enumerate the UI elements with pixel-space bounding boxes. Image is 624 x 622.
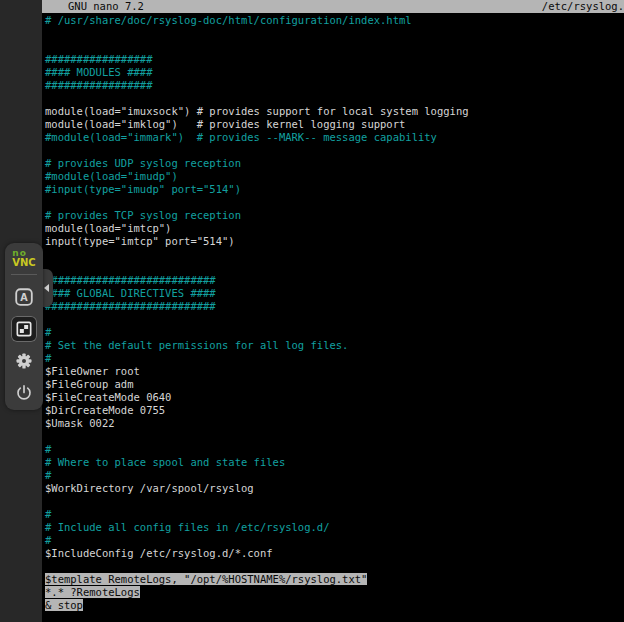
editor-line: # bbox=[45, 326, 624, 339]
editor-line: # provides UDP syslog reception bbox=[45, 157, 624, 170]
editor-line: input(type="imtcp" port="514") bbox=[45, 235, 624, 248]
power-button[interactable] bbox=[11, 380, 37, 406]
gear-icon bbox=[14, 351, 34, 371]
settings-button[interactable] bbox=[11, 348, 37, 374]
editor-line: & stop bbox=[45, 599, 624, 612]
editor-line bbox=[45, 430, 624, 443]
editor-line: # bbox=[45, 352, 624, 365]
editor-line: # bbox=[45, 469, 624, 482]
editor-line: module(load="imtcp") bbox=[45, 222, 624, 235]
editor-line bbox=[45, 196, 624, 209]
editor-line bbox=[45, 495, 624, 508]
editor-line: #module(load="imudp") bbox=[45, 170, 624, 183]
editor-line: ########################### bbox=[45, 274, 624, 287]
editor-line bbox=[45, 261, 624, 274]
editor-line: #module(load="immark") # provides --MARK… bbox=[45, 131, 624, 144]
editor-line: $WorkDirectory /var/spool/rsyslog bbox=[45, 482, 624, 495]
editor-line: #### GLOBAL DIRECTIVES #### bbox=[45, 287, 624, 300]
editor-line bbox=[45, 248, 624, 261]
extra-keys-button[interactable]: A bbox=[11, 284, 37, 310]
editor-line: # Set the default permissions for all lo… bbox=[45, 339, 624, 352]
editor-line: ################# bbox=[45, 53, 624, 66]
editor-line: $IncludeConfig /etc/rsyslog.d/*.conf bbox=[45, 547, 624, 560]
power-icon bbox=[14, 383, 34, 403]
panel-divider bbox=[11, 274, 37, 275]
editor-line: ########################### bbox=[45, 300, 624, 313]
editor-line: # bbox=[45, 534, 624, 547]
svg-text:A: A bbox=[20, 292, 28, 303]
novnc-logo: no VNC bbox=[12, 249, 35, 267]
fullscreen-button[interactable] bbox=[11, 316, 37, 342]
editor-line: # bbox=[45, 508, 624, 521]
editor-line bbox=[45, 27, 624, 40]
fullscreen-icon bbox=[14, 319, 34, 339]
editor-line: #### MODULES #### bbox=[45, 66, 624, 79]
editor-line: $Umask 0022 bbox=[45, 417, 624, 430]
vnc-terminal-screen[interactable]: GNU nano 7.2 /etc/rsyslog. # /usr/share/… bbox=[42, 0, 624, 622]
editor-line: $FileOwner root bbox=[45, 365, 624, 378]
editor-line: # Where to place spool and state files bbox=[45, 456, 624, 469]
editor-line: module(load="imklog") # provides kernel … bbox=[45, 118, 624, 131]
editor-line bbox=[45, 144, 624, 157]
editor-line: #input(type="imudp" port="514") bbox=[45, 183, 624, 196]
editor-line: # Include all config files in /etc/rsysl… bbox=[45, 521, 624, 534]
editor-line: $DirCreateMode 0755 bbox=[45, 404, 624, 417]
editor-line: module(load="imuxsock") # provides suppo… bbox=[45, 105, 624, 118]
editor-line: # provides TCP syslog reception bbox=[45, 209, 624, 222]
editor-line: # bbox=[45, 443, 624, 456]
editor-line bbox=[45, 40, 624, 53]
nano-version-label: GNU nano 7.2 bbox=[42, 0, 144, 13]
editor-line bbox=[45, 92, 624, 105]
chevron-left-icon bbox=[44, 284, 49, 292]
terminal-content: # /usr/share/doc/rsyslog-doc/html/config… bbox=[42, 13, 624, 612]
novnc-control-panel: no VNC A bbox=[5, 243, 43, 410]
nano-titlebar: GNU nano 7.2 /etc/rsyslog. bbox=[42, 0, 624, 13]
novnc-logo-vnc: VNC bbox=[12, 258, 35, 267]
editor-line: $FileCreateMode 0640 bbox=[45, 391, 624, 404]
editor-line: # /usr/share/doc/rsyslog-doc/html/config… bbox=[45, 14, 624, 27]
editor-line: *.* ?RemoteLogs bbox=[45, 586, 624, 599]
editor-line: $template RemoteLogs, "/opt/%HOSTNAME%/r… bbox=[45, 573, 624, 586]
keyboard-a-icon: A bbox=[13, 286, 35, 308]
editor-line: ################# bbox=[45, 79, 624, 92]
editor-line: $FileGroup adm bbox=[45, 378, 624, 391]
nano-filename-label: /etc/rsyslog. bbox=[542, 0, 624, 13]
editor-line bbox=[45, 313, 624, 326]
editor-line bbox=[45, 560, 624, 573]
